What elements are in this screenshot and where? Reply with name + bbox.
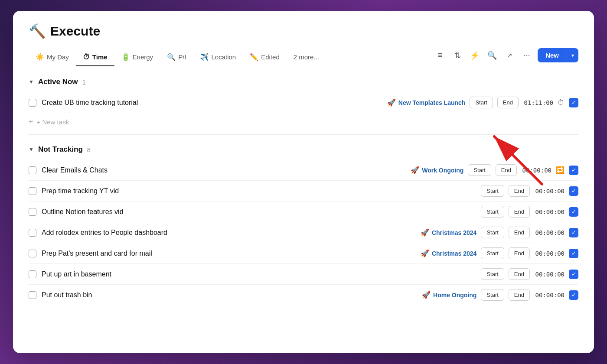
rocket-icon-5: 🚀 [421,228,429,237]
start-button-6[interactable]: Start [481,247,504,259]
project-tag-6[interactable]: 🚀 Christmas 2024 [421,249,477,257]
task-checkbox-6[interactable] [29,250,36,257]
tab-myday[interactable]: ☀️ My Day [29,49,76,66]
new-task-plus-icon: + [29,117,33,127]
active-now-section: ▼ Active Now 1 Create UB time tracking t… [29,78,578,131]
bolt-button[interactable]: ⚡ [468,49,481,62]
task-checkbox-8[interactable] [29,291,36,299]
project-tag-5[interactable]: 🚀 Christmas 2024 [421,228,477,237]
task-name-5: Add rolodex entries to People dashboard [42,229,415,237]
chevron-down-icon: ▾ [571,52,574,58]
task-meta-4: Start End 00:00:00 ✓ [481,206,578,218]
tab-time[interactable]: ⏱ Time [76,49,114,66]
filter-button[interactable]: ≡ [434,49,447,62]
task-checkbox-5[interactable] [29,229,36,237]
nav-actions: ≡ ⇅ ⚡ 🔍 ↗ ··· New [434,48,578,67]
sort-button[interactable]: ⇅ [451,49,464,62]
not-tracking-count: 8 [87,146,91,153]
new-button[interactable]: New [538,48,567,62]
active-now-toggle[interactable]: ▼ [29,79,34,85]
start-button-3[interactable]: Start [481,185,504,197]
task-name-4: Outline Notion features vid [42,208,476,216]
search-button[interactable]: 🔍 [486,49,499,62]
table-row: Outline Notion features vid Start End 00… [29,202,578,222]
task-name-2: Clear Emails & Chats [42,166,405,174]
check-button-6[interactable]: ✓ [569,249,578,258]
location-icon: ✈️ [200,53,209,61]
app-logo: 🔨 [29,23,46,39]
check-button-1[interactable]: ✓ [569,98,578,107]
task-checkbox-1[interactable] [29,99,36,107]
end-button-7[interactable]: End [509,268,530,280]
tab-energy[interactable]: 🔋 Energy [114,49,160,66]
start-button-7[interactable]: Start [481,268,504,280]
rocket-icon-8: 🚀 [422,291,431,299]
task-meta-3: Start End 00:00:00 ✓ [481,185,578,197]
rocket-icon-6: 🚀 [421,249,429,257]
task-meta-1: 🚀 New Templates Launch Start End 01:11:0… [387,97,578,108]
check-button-8[interactable]: ✓ [569,290,578,300]
start-button-5[interactable]: Start [481,227,504,238]
energy-icon: 🔋 [121,53,130,61]
table-row: Put out trash bin 🚀 Home Ongoing Start E… [29,285,578,305]
tab-time-label: Time [92,53,108,61]
check-button-2[interactable]: ✓ [569,166,578,175]
link-button[interactable]: ↗ [503,49,516,62]
task-name-6: Prep Pat's present and card for mail [42,250,415,257]
not-tracking-toggle[interactable]: ▼ [29,146,34,153]
timer-icon-1[interactable]: ⏱ [558,99,565,107]
end-button-5[interactable]: End [509,227,530,238]
tab-more[interactable]: 2 more... [287,49,326,66]
new-task-row[interactable]: + + New task [29,113,578,131]
project-name-8: Home Ongoing [433,292,476,299]
start-button-4[interactable]: Start [481,206,504,218]
task-checkbox-3[interactable] [29,187,36,195]
new-dropdown-button[interactable]: ▾ [567,49,578,62]
check-button-4[interactable]: ✓ [569,207,578,217]
start-button-2[interactable]: Start [468,164,491,176]
start-button-8[interactable]: Start [481,289,504,301]
header: 🔨 Execute ☀️ My Day ⏱ Time 🔋 Energy 🔍 P/… [13,11,594,67]
end-button-2[interactable]: End [496,164,517,176]
project-tag-2[interactable]: 🚀 Work Ongoing [411,166,463,174]
rocket-icon-1: 🚀 [387,98,396,107]
project-tag-1[interactable]: 🚀 New Templates Launch [387,98,466,107]
task-checkbox-2[interactable] [29,166,36,174]
tab-energy-label: Energy [133,53,153,61]
table-row: Add rolodex entries to People dashboard … [29,222,578,243]
tab-pi[interactable]: 🔍 P/I [160,49,193,66]
content: ▼ Active Now 1 Create UB time tracking t… [13,78,594,305]
more-button[interactable]: ··· [520,49,533,62]
start-button-1[interactable]: Start [470,97,493,108]
table-row: Prep Pat's present and card for mail 🚀 C… [29,243,578,264]
task-checkbox-7[interactable] [29,270,36,278]
end-button-8[interactable]: End [509,289,530,301]
edited-icon: ✏️ [250,53,258,61]
task-checkbox-4[interactable] [29,208,36,216]
task-name-7: Put up art in basement [42,270,476,278]
tab-edited[interactable]: ✏️ Edited [243,49,287,66]
new-button-group[interactable]: New ▾ [538,48,578,62]
check-button-3[interactable]: ✓ [569,186,578,196]
time-display-7: 00:00:00 [534,271,565,278]
check-button-7[interactable]: ✓ [569,270,578,279]
task-name-3: Prep time tracking YT vid [42,187,476,195]
end-button-1[interactable]: End [497,97,519,108]
check-button-5[interactable]: ✓ [569,228,578,237]
new-task-label: + New task [37,118,69,126]
project-tag-8[interactable]: 🚀 Home Ongoing [422,291,476,299]
pi-icon: 🔍 [167,53,176,61]
table-row: Create UB time tracking tutorial 🚀 New T… [29,92,578,113]
project-name-2: Work Ongoing [422,167,463,174]
timer-icon-2[interactable]: 🔁 [556,166,565,174]
end-button-6[interactable]: End [509,247,530,259]
end-button-4[interactable]: End [509,206,530,218]
time-display-3: 00:00:00 [534,188,565,195]
tab-location[interactable]: ✈️ Location [193,49,243,66]
end-button-3[interactable]: End [509,185,530,197]
table-row: Put up art in basement Start End 00:00:0… [29,264,578,285]
task-meta-8: 🚀 Home Ongoing Start End 00:00:00 ✓ [422,289,578,301]
more-dots-icon: ··· [524,51,530,60]
task-meta-7: Start End 00:00:00 ✓ [481,268,578,280]
active-now-title: Active Now [38,78,78,86]
